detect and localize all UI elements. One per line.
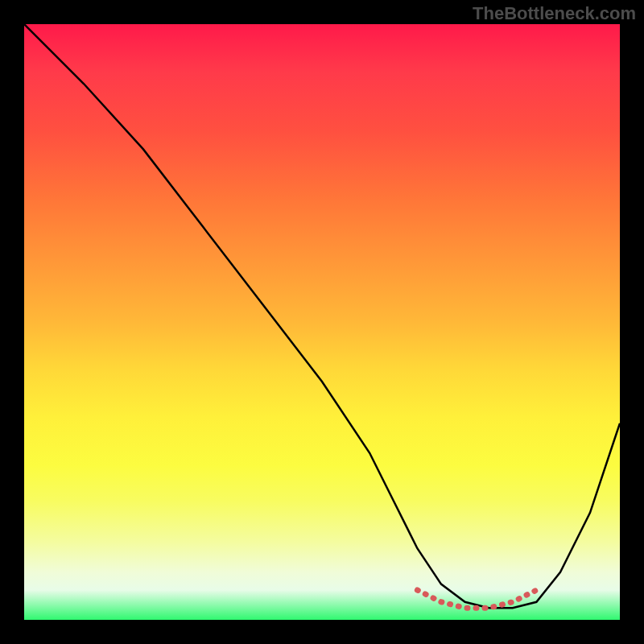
curve-svg <box>24 24 620 620</box>
watermark-text: TheBottleneck.com <box>473 3 636 24</box>
bottleneck-curve <box>24 24 620 608</box>
valley-highlight <box>417 590 536 608</box>
chart-frame: TheBottleneck.com <box>0 0 644 644</box>
plot-area <box>24 24 620 620</box>
